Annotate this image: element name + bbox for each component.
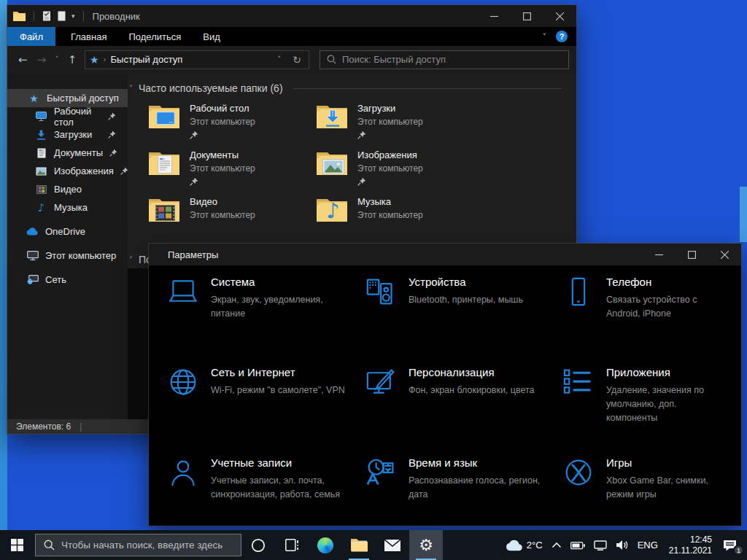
task-view-button[interactable] [275,530,309,560]
tray-overflow-button[interactable] [547,530,566,560]
tab-share[interactable]: Поделиться [117,27,192,46]
language-indicator[interactable]: ENG [633,530,662,560]
sidebar-item-desktop[interactable]: Рабочий стол [7,107,128,125]
weather-widget[interactable]: 2°C [501,530,547,560]
help-icon[interactable]: ? [556,31,568,42]
folder-tile[interactable]: Документы Этот компьютер [148,149,316,195]
new-folder-icon[interactable] [57,11,66,21]
desktop-icon [35,112,47,121]
folder-name: Документы [190,149,255,163]
music-icon: ♪ [35,201,47,214]
sidebar-item-pictures[interactable]: Изображения [7,162,128,180]
recent-locations-chevron-icon[interactable]: ˅ [51,50,63,69]
section-title: Часто используемые папки (6) [139,82,283,94]
clock-widget[interactable]: 12:45 21.11.2021 [662,530,719,560]
collapse-chevron-icon[interactable]: ˅ [129,85,133,93]
date-label: 21.11.2021 [669,545,712,556]
search-icon [327,55,336,64]
address-dropdown-chevron-icon[interactable]: ˅ [273,55,285,63]
sidebar-item-documents[interactable]: Документы [7,144,128,162]
volume-indicator[interactable] [611,530,633,560]
explorer-sidebar: ★ Быстрый доступ Рабочий стол Загрузки Д… [7,73,128,419]
computer-icon [26,251,39,260]
maximize-button[interactable] [676,244,708,265]
mail-button[interactable] [376,530,409,560]
frequent-folders-section-header[interactable]: ˅ Часто используемые папки (6) [129,82,562,94]
settings-category-grid: Система Экран, звук, уведомления, питани… [166,276,741,547]
back-button[interactable]: ← [13,50,32,69]
search-input[interactable] [342,54,562,65]
temperature-label: 2°C [527,540,543,551]
folder-tile[interactable]: Изображения Этот компьютер [316,149,484,195]
ribbon-expand-chevron-icon[interactable]: ˅ [543,32,547,42]
settings-tile-phone[interactable]: Телефон Связать устройство с Android, iP… [562,276,741,366]
explorer-search-box[interactable] [320,50,569,69]
gear-icon: ⚙ [419,537,433,553]
battery-icon [570,541,585,550]
qat-customize-chevron-icon[interactable]: ▾ [71,12,75,20]
tab-file[interactable]: Файл [7,27,55,46]
file-explorer-button[interactable] [342,530,376,560]
pin-icon [190,131,255,139]
minimize-button[interactable] [478,5,511,27]
navigation-bar: ← → ˅ ↑ ★ › Быстрый доступ ˅ ↻ [7,46,576,73]
properties-icon[interactable] [42,11,52,21]
sidebar-item-this-pc[interactable]: Этот компьютер [7,246,128,265]
sidebar-item-music[interactable]: ♪ Музыка [7,198,128,217]
sidebar-item-network[interactable]: Сеть [7,271,128,289]
battery-indicator[interactable] [566,530,589,560]
pin-icon [108,131,116,139]
settings-tile-network[interactable]: Сеть и Интернет Wi-Fi, режим "в самолете… [166,366,364,456]
folder-tile[interactable]: Видео Этот компьютер [148,195,316,242]
network-indicator[interactable] [589,530,611,560]
edge-button[interactable] [309,530,342,560]
start-button[interactable] [0,530,34,560]
folder-location: Этот компьютер [190,116,255,128]
folder-desktop-icon [148,102,180,130]
folder-location: Этот компьютер [190,209,255,222]
refresh-icon[interactable]: ↻ [290,54,304,66]
folder-tile[interactable]: ♪ Музыка Этот компьютер [316,195,484,242]
explorer-titlebar[interactable]: ▾ Проводник [7,5,576,27]
folder-name: Изображения [357,149,423,163]
minimize-button[interactable] [643,244,676,265]
window-title: Проводник [93,11,140,22]
folder-location: Этот компьютер [357,116,423,128]
collapse-chevron-icon[interactable]: ˅ [129,256,133,264]
task-view-icon [285,539,299,551]
settings-tile-devices[interactable]: Устройства Bluetooth, принтеры, мышь [364,276,562,366]
settings-tile-system[interactable]: Система Экран, звук, уведомления, питани… [166,276,364,366]
taskbar-search-input[interactable] [61,540,233,551]
tab-home[interactable]: Главная [60,27,117,46]
settings-tile-personalization[interactable]: Персонализация Фон, экран блокировки, цв… [364,366,562,456]
sidebar-item-onedrive[interactable]: OneDrive [7,222,128,241]
sidebar-item-downloads[interactable]: Загрузки [7,125,128,144]
pin-icon [357,131,423,139]
close-button[interactable] [543,5,576,27]
breadcrumb-location[interactable]: Быстрый доступ [111,54,269,65]
folder-name: Видео [190,195,255,209]
folder-tile[interactable]: Рабочий стол Этот компьютер [148,102,316,149]
address-bar[interactable]: ★ › Быстрый доступ ˅ ↻ [85,50,309,69]
up-button[interactable]: ↑ [63,50,82,69]
taskbar-search-box[interactable] [35,534,241,556]
sidebar-item-quick-access[interactable]: ★ Быстрый доступ [7,89,128,107]
sidebar-item-videos[interactable]: Видео [7,180,128,198]
settings-button[interactable]: ⚙ [409,530,443,560]
globe-icon [166,366,200,456]
folder-tile[interactable]: Загрузки Этот компьютер [316,102,484,149]
cortana-button[interactable] [241,530,275,560]
close-button[interactable] [708,244,741,265]
laptop-icon [166,276,200,366]
maximize-button[interactable] [511,5,543,27]
tab-view[interactable]: Вид [192,27,231,46]
settings-titlebar[interactable]: Параметры [149,244,741,265]
speaker-icon [616,540,629,551]
pin-icon [190,177,255,186]
settings-tile-apps[interactable]: Приложения Удаление, значения по умолчан… [562,366,741,456]
music-overlay-icon: ♪ [326,198,340,223]
folder-location: Этот компьютер [357,163,423,175]
forward-button[interactable]: → [32,50,51,69]
folder-location: Этот компьютер [357,209,423,222]
action-center-button[interactable]: 1 [719,530,747,560]
